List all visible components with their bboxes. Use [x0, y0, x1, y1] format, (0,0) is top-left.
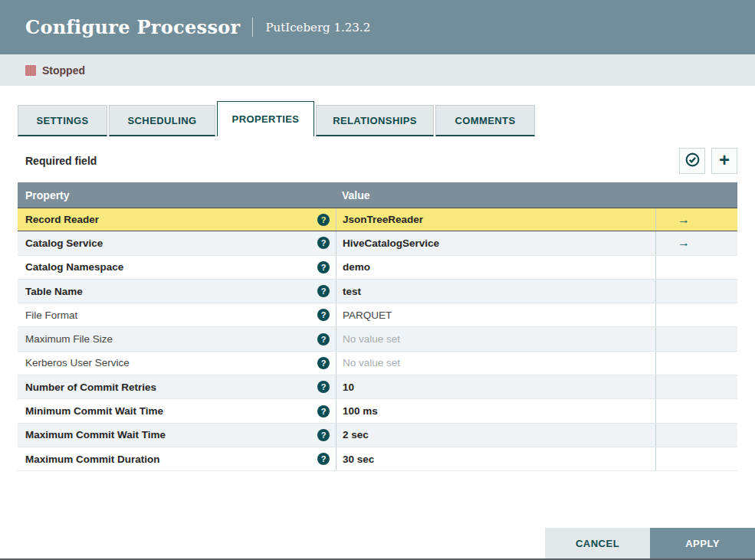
link-cell: →	[656, 208, 737, 231]
value-cell[interactable]: HiveCatalogService	[336, 231, 656, 254]
link-cell: →	[656, 399, 737, 422]
property-value: 30 sec	[343, 454, 374, 465]
property-cell: Maximum File Size ?	[18, 327, 336, 350]
property-cell: Table Name ?	[18, 280, 336, 303]
add-property-button[interactable]: +	[711, 148, 737, 174]
link-cell: →	[656, 424, 737, 447]
properties-toolbar: Required field +	[18, 148, 737, 174]
property-cell: Catalog Service ?	[18, 231, 336, 254]
property-value: 100 ms	[343, 405, 378, 417]
plus-icon: +	[719, 151, 730, 169]
help-icon[interactable]: ?	[317, 381, 330, 393]
property-name: Maximum Commit Wait Time	[25, 429, 166, 440]
property-name: Kerberos User Service	[25, 357, 130, 368]
value-column-header: Value	[336, 189, 370, 201]
value-cell[interactable]: PARQUET	[336, 303, 656, 326]
help-icon[interactable]: ?	[317, 285, 330, 297]
property-name: Table Name	[25, 286, 83, 297]
table-row[interactable]: Kerberos User Service ? No value set →	[18, 352, 737, 375]
table-row[interactable]: Maximum Commit Wait Time ? 2 sec →	[18, 424, 737, 447]
property-cell: Maximum Commit Duration ?	[18, 447, 336, 470]
value-cell[interactable]: test	[336, 280, 656, 303]
link-cell: →	[656, 280, 737, 303]
tab-comments[interactable]: COMMENTS	[435, 105, 535, 136]
required-field-label: Required field	[18, 155, 97, 167]
status-label: Stopped	[42, 64, 85, 77]
help-icon[interactable]: ?	[317, 405, 330, 418]
dialog-header: Configure Processor PutIceberg 1.23.2	[0, 0, 755, 54]
property-name: Maximum Commit Duration	[25, 454, 160, 465]
dialog-title: Configure Processor	[25, 16, 240, 38]
value-cell[interactable]: 30 sec	[336, 447, 656, 470]
tab-properties[interactable]: PROPERTIES	[217, 101, 314, 136]
help-icon[interactable]: ?	[317, 214, 330, 226]
property-cell: File Format ?	[18, 303, 336, 326]
property-value: demo	[343, 261, 370, 273]
tab-settings[interactable]: SETTINGS	[18, 105, 107, 136]
property-table: Property Value Record Reader ? JsonTreeR…	[18, 182, 737, 471]
help-icon[interactable]: ?	[317, 333, 330, 345]
tab-scheduling[interactable]: SCHEDULING	[109, 105, 215, 136]
property-cell: Minimum Commit Wait Time ?	[18, 399, 336, 422]
property-value: No value set	[343, 333, 400, 345]
value-cell[interactable]: No value set	[336, 352, 656, 375]
table-row[interactable]: Number of Commit Retries ? 10 →	[18, 375, 737, 399]
link-cell: →	[656, 327, 737, 350]
tab-relationships[interactable]: RELATIONSHIPS	[316, 105, 434, 136]
table-row[interactable]: Table Name ? test →	[18, 280, 737, 303]
verify-check-icon	[684, 152, 701, 171]
help-icon[interactable]: ?	[317, 309, 330, 321]
property-value: 10	[343, 382, 354, 393]
property-value: 2 sec	[343, 429, 369, 440]
table-row[interactable]: Catalog Namespace ? demo →	[18, 256, 737, 280]
processor-type-version: PutIceberg 1.23.2	[265, 21, 370, 34]
value-cell[interactable]: JsonTreeReader	[336, 208, 656, 231]
value-cell[interactable]: 100 ms	[336, 399, 656, 422]
link-cell: →	[656, 352, 737, 375]
go-to-service-icon[interactable]: →	[678, 214, 690, 226]
table-header: Property Value	[18, 182, 737, 208]
tab-bar: SETTINGSSCHEDULINGPROPERTIESRELATIONSHIP…	[18, 101, 737, 136]
table-row[interactable]: Catalog Service ? HiveCatalogService →	[18, 231, 737, 255]
help-icon[interactable]: ?	[317, 261, 330, 273]
property-cell: Number of Commit Retries ?	[18, 375, 336, 398]
help-icon[interactable]: ?	[317, 357, 330, 369]
apply-button[interactable]: APPLY	[650, 528, 755, 558]
link-cell: →	[656, 375, 737, 398]
property-value: PARQUET	[343, 309, 392, 321]
property-name: Catalog Service	[25, 237, 103, 249]
table-row[interactable]: Record Reader ? JsonTreeReader →	[18, 208, 737, 231]
table-row[interactable]: Maximum Commit Duration ? 30 sec →	[18, 447, 737, 471]
title-separator	[252, 18, 253, 37]
value-cell[interactable]: 2 sec	[336, 424, 656, 447]
property-value: HiveCatalogService	[343, 237, 439, 249]
property-value: test	[343, 286, 361, 297]
toolbar-buttons: +	[679, 148, 737, 174]
property-name: Catalog Namespace	[25, 261, 123, 273]
dialog-content: SETTINGSSCHEDULINGPROPERTIESRELATIONSHIP…	[0, 101, 755, 471]
table-row[interactable]: Maximum File Size ? No value set →	[18, 327, 737, 351]
link-cell: →	[656, 447, 737, 470]
cancel-button[interactable]: CANCEL	[545, 528, 650, 558]
dialog-footer: CANCEL APPLY	[545, 528, 755, 558]
stopped-status-icon	[25, 65, 36, 76]
help-icon[interactable]: ?	[317, 237, 330, 249]
property-cell: Kerberos User Service ?	[18, 352, 336, 375]
table-body: Record Reader ? JsonTreeReader → Catalog…	[18, 208, 737, 471]
value-cell[interactable]: No value set	[336, 327, 656, 350]
table-row[interactable]: Minimum Commit Wait Time ? 100 ms →	[18, 399, 737, 423]
verify-properties-button[interactable]	[679, 148, 705, 174]
table-row[interactable]: File Format ? PARQUET →	[18, 303, 737, 327]
value-cell[interactable]: demo	[336, 256, 656, 279]
value-cell[interactable]: 10	[336, 375, 656, 398]
property-cell: Record Reader ?	[18, 208, 336, 231]
property-cell: Catalog Namespace ?	[18, 256, 336, 279]
go-to-service-icon[interactable]: →	[678, 237, 690, 249]
property-name: Maximum File Size	[25, 333, 113, 345]
link-cell: →	[656, 303, 737, 326]
help-icon[interactable]: ?	[317, 453, 330, 465]
property-name: Minimum Commit Wait Time	[25, 405, 163, 417]
property-name: Record Reader	[25, 214, 99, 225]
property-column-header: Property	[18, 189, 336, 201]
help-icon[interactable]: ?	[317, 429, 330, 441]
